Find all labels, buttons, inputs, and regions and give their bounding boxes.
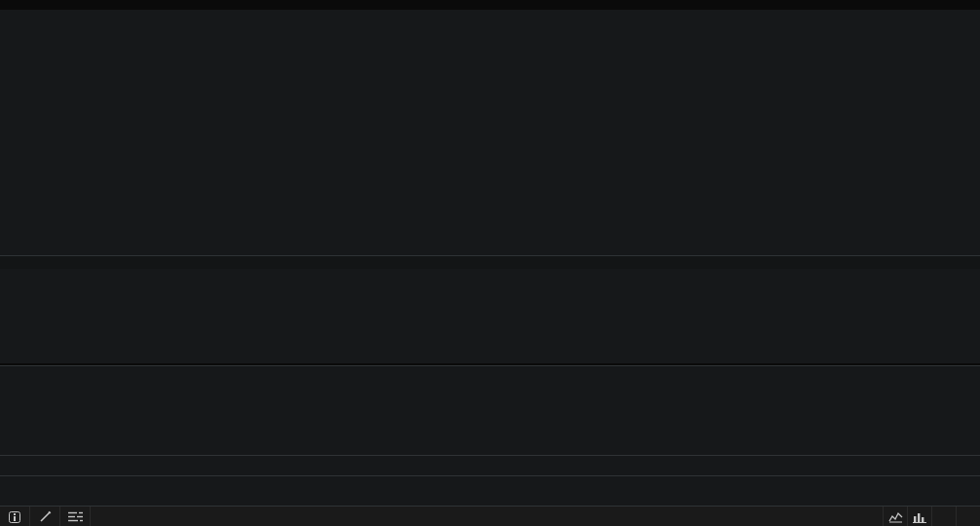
- bar-chart-icon[interactable]: [907, 507, 931, 526]
- zoom-in-icon[interactable]: [956, 507, 980, 526]
- info-icon[interactable]: [0, 507, 30, 526]
- zoom-out-icon[interactable]: [931, 507, 956, 526]
- draw-pencil-icon[interactable]: [30, 507, 60, 526]
- bottom-toolbar: [0, 506, 980, 526]
- chart-canvas[interactable]: [0, 0, 980, 526]
- trading-app-window: { "ticker": { "text": "1,63 ΕΛΧΑ.gr +0,0…: [0, 0, 980, 526]
- toolbar-right-icons: [883, 507, 980, 526]
- watchlist-icon[interactable]: [60, 507, 91, 526]
- line-chart-icon[interactable]: [883, 507, 907, 526]
